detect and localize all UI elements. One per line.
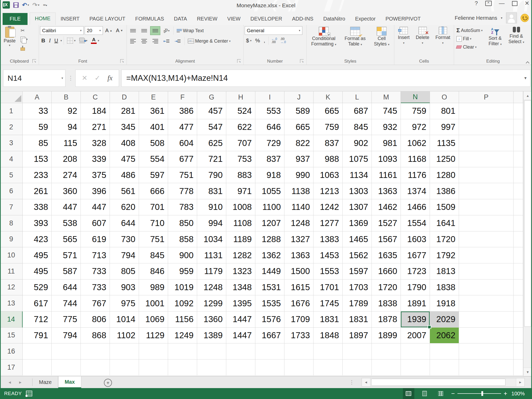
- cell-O17[interactable]: [430, 360, 459, 376]
- feedback-smiley-icon[interactable]: [521, 14, 529, 22]
- cell-L7[interactable]: 1307: [343, 199, 372, 215]
- cell-O4[interactable]: 1250: [430, 151, 459, 167]
- cell-F17[interactable]: [168, 360, 197, 376]
- cell-P17[interactable]: [459, 360, 514, 376]
- cell-partial-17[interactable]: [514, 360, 523, 376]
- cell-J12[interactable]: 1615: [284, 280, 314, 296]
- font-color-dropdown-icon[interactable]: ▾: [98, 39, 99, 42]
- autosum-button[interactable]: Σ AutoSum ▾: [455, 26, 484, 35]
- accounting-format-button[interactable]: $▾: [245, 36, 253, 45]
- cell-N9[interactable]: 1603: [401, 231, 430, 248]
- cell-I8[interactable]: 1207: [255, 215, 284, 231]
- format-painter-button[interactable]: [19, 44, 29, 52]
- cell-D7[interactable]: 620: [110, 199, 139, 215]
- sort-filter-button[interactable]: AZ Sort & Filter ▾: [487, 26, 504, 47]
- cell-H12[interactable]: 1348: [226, 280, 255, 296]
- cell-J14[interactable]: 1709: [284, 311, 314, 328]
- cell-M11[interactable]: 1660: [372, 263, 401, 280]
- cell-I1[interactable]: 553: [255, 103, 284, 119]
- cell-N8[interactable]: 1554: [401, 215, 430, 231]
- ribbon-tab-formulas[interactable]: FORMULAS: [130, 13, 169, 25]
- cell-B3[interactable]: 115: [52, 135, 81, 151]
- cell-I17[interactable]: [255, 360, 284, 376]
- view-page-break-button[interactable]: [435, 388, 447, 399]
- ribbon-tab-review[interactable]: REVIEW: [192, 13, 222, 25]
- col-header-I[interactable]: I: [255, 91, 284, 103]
- underline-dropdown-icon[interactable]: ▾: [61, 39, 62, 42]
- format-dropdown-icon[interactable]: ▾: [442, 40, 444, 46]
- cell-P9[interactable]: [459, 231, 514, 248]
- cell-J16[interactable]: [284, 343, 314, 360]
- cell-J15[interactable]: 1733: [284, 328, 314, 344]
- enter-entry-icon[interactable]: ✓: [95, 74, 100, 82]
- cell-B4[interactable]: 208: [52, 151, 81, 167]
- col-header-J[interactable]: J: [284, 91, 314, 103]
- fill-dropdown-icon[interactable]: ▾: [470, 37, 471, 41]
- conditional-formatting-button[interactable]: Conditional Formatting ▾: [309, 26, 338, 47]
- cell-A10[interactable]: 495: [23, 247, 52, 263]
- cell-J2[interactable]: 665: [284, 119, 314, 135]
- cell-C7[interactable]: 447: [81, 199, 110, 215]
- cell-partial-15[interactable]: [514, 328, 523, 344]
- cell-C9[interactable]: 619: [81, 231, 110, 248]
- cell-K8[interactable]: 1277: [314, 215, 343, 231]
- horizontal-scrollbar[interactable]: ◄ ►: [362, 378, 525, 387]
- cell-G2[interactable]: 547: [197, 119, 226, 135]
- cell-M10[interactable]: 1635: [372, 247, 401, 263]
- cell-D17[interactable]: [110, 360, 139, 376]
- cell-D13[interactable]: 975: [110, 295, 139, 311]
- vertical-scrollbar[interactable]: ▲ ▼: [523, 91, 532, 376]
- cell-G10[interactable]: 1131: [197, 247, 226, 263]
- cell-H11[interactable]: 1323: [226, 263, 255, 280]
- collapse-ribbon-button[interactable]: [526, 62, 529, 64]
- col-header-O[interactable]: O: [430, 91, 459, 103]
- sheet-tab-max[interactable]: Max: [58, 376, 81, 388]
- comma-style-button[interactable]: ,: [262, 36, 267, 45]
- paste-button[interactable]: Paste ▾: [1, 26, 18, 47]
- row-header-3[interactable]: 3: [0, 135, 23, 151]
- format-as-table-button[interactable]: Format as Table ▾: [342, 26, 368, 47]
- cell-F5[interactable]: 751: [168, 167, 197, 183]
- cell-L10[interactable]: 1562: [343, 247, 372, 263]
- fill-button[interactable]: ↓ Fill ▾: [455, 35, 484, 43]
- cell-N7[interactable]: 1466: [401, 199, 430, 215]
- cell-A13[interactable]: 617: [23, 295, 52, 311]
- cell-F6[interactable]: 778: [168, 183, 197, 199]
- cell-B14[interactable]: 775: [52, 311, 81, 328]
- cell-K9[interactable]: 1383: [314, 231, 343, 248]
- col-header-P[interactable]: P: [459, 91, 514, 103]
- cell-partial-8[interactable]: [514, 215, 523, 231]
- cell-G6[interactable]: 831: [197, 183, 226, 199]
- cell-N1[interactable]: 759: [401, 103, 430, 119]
- cell-G1[interactable]: 457: [197, 103, 226, 119]
- cell-K1[interactable]: 665: [314, 103, 343, 119]
- cell-G3[interactable]: 625: [197, 135, 226, 151]
- cell-P15[interactable]: [459, 328, 514, 344]
- cell-O10[interactable]: 1792: [430, 247, 459, 263]
- merge-center-dropdown-icon[interactable]: ▾: [229, 39, 231, 43]
- row-header-7[interactable]: 7: [0, 199, 23, 215]
- bold-button[interactable]: B: [40, 36, 46, 45]
- cell-A6[interactable]: 261: [23, 183, 52, 199]
- col-header-D[interactable]: D: [110, 91, 139, 103]
- cell-A8[interactable]: 393: [23, 215, 52, 231]
- cell-M4[interactable]: 1093: [372, 151, 401, 167]
- font-size-select[interactable]: 20 ▾: [85, 26, 103, 35]
- zoom-in-button[interactable]: +: [504, 390, 507, 397]
- cell-L1[interactable]: 687: [343, 103, 372, 119]
- percent-style-button[interactable]: %: [254, 36, 261, 45]
- tabbar-splitter[interactable]: ⋮: [349, 379, 354, 385]
- row-header-16[interactable]: 16: [0, 343, 23, 360]
- cell-K15[interactable]: 1848: [314, 328, 343, 344]
- number-format-dropdown-icon[interactable]: ▾: [299, 29, 300, 32]
- cancel-entry-icon[interactable]: ✕: [82, 74, 88, 82]
- close-button[interactable]: ✕: [525, 1, 529, 6]
- scroll-right-button[interactable]: ►: [516, 378, 524, 386]
- cell-B8[interactable]: 538: [52, 215, 81, 231]
- cell-H4[interactable]: 753: [226, 151, 255, 167]
- cell-N17[interactable]: [401, 360, 430, 376]
- cell-A17[interactable]: [23, 360, 52, 376]
- cell-I11[interactable]: 1449: [255, 263, 284, 280]
- cell-F8[interactable]: 850: [168, 215, 197, 231]
- row-header-9[interactable]: 9: [0, 231, 23, 248]
